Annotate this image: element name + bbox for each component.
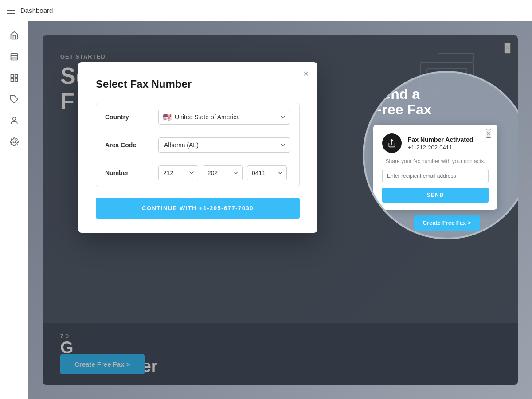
- notification-title: Fax Number Activated: [408, 136, 489, 143]
- country-label: Country: [105, 113, 158, 121]
- number-label: Number: [105, 169, 158, 176]
- number-part3-select[interactable]: 0411: [247, 165, 287, 180]
- sidebar-item-tag[interactable]: [5, 90, 23, 108]
- form-table: Country 🇺🇸 United State of America: [96, 103, 300, 187]
- top-bar: Dashboard: [0, 0, 532, 21]
- notification-icon: [382, 133, 402, 153]
- svg-rect-6: [15, 79, 17, 82]
- sidebar-item-home[interactable]: [5, 27, 23, 44]
- notification-description: Share your fax number with your contacts…: [382, 158, 489, 164]
- zoom-banner-title: Send aFree Fax: [373, 86, 518, 117]
- number-part2-select[interactable]: 202: [203, 165, 243, 180]
- svg-rect-3: [11, 75, 13, 78]
- background-banner: GET STARTED Send a F ×: [28, 21, 532, 399]
- modal-close-button[interactable]: ×: [303, 69, 309, 78]
- sidebar-item-contact[interactable]: [5, 112, 23, 129]
- area-code-label: Area Code: [105, 141, 158, 149]
- select-fax-modal: Select Fax Number × Country 🇺🇸: [78, 62, 317, 233]
- main-area: GET STARTED Send a F ×: [0, 21, 532, 399]
- sidebar-item-settings[interactable]: [5, 133, 23, 151]
- continue-button[interactable]: CONTINUE WITH +1-205-677-7030: [96, 198, 300, 219]
- zoom-circle: GET STARTED Send aFree Fax ×: [363, 71, 518, 239]
- zoom-banner-label: GET STARTED: [373, 80, 518, 85]
- notification-number: +1-212-202-0411: [408, 144, 489, 151]
- modal-title: Select Fax Number: [96, 78, 300, 90]
- hamburger-menu[interactable]: [7, 8, 15, 14]
- page-title: Dashboard: [20, 7, 53, 14]
- number-row: Number 212 202: [96, 159, 299, 187]
- sidebar: [0, 21, 28, 399]
- svg-rect-4: [15, 75, 17, 78]
- notification-card: × Fax Number Activated +1-212-202-0411: [373, 125, 497, 210]
- number-part1-select[interactable]: 212: [158, 165, 198, 180]
- svg-rect-5: [11, 79, 13, 82]
- sidebar-item-grid[interactable]: [5, 69, 23, 87]
- send-button[interactable]: SEND: [382, 188, 489, 203]
- country-select[interactable]: United State of America: [158, 110, 290, 125]
- svg-point-8: [12, 117, 16, 121]
- sidebar-item-documents[interactable]: [5, 48, 23, 66]
- area-code-select[interactable]: Albama (AL): [158, 137, 290, 153]
- zoom-create-fax-button[interactable]: Create Free Fax >: [414, 215, 480, 231]
- area-code-row: Area Code Albama (AL): [96, 131, 299, 159]
- svg-rect-0: [11, 54, 17, 60]
- svg-point-9: [13, 141, 15, 143]
- recipient-email-input[interactable]: [382, 169, 489, 183]
- country-row: Country 🇺🇸 United State of America: [96, 103, 299, 131]
- content-area: GET STARTED Send a F ×: [28, 21, 532, 399]
- notification-close-button[interactable]: ×: [486, 129, 491, 138]
